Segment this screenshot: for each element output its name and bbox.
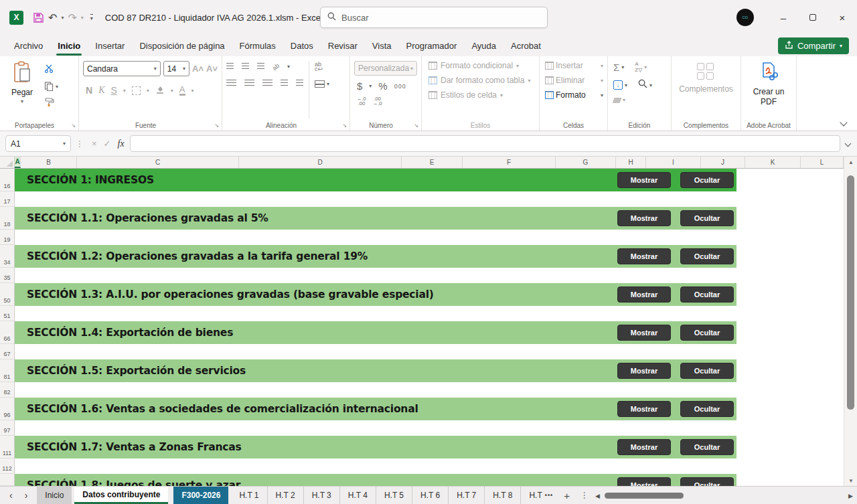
minimize-button[interactable]: – bbox=[769, 0, 798, 35]
font-name-combo[interactable]: Candara▾ bbox=[83, 61, 161, 76]
ribbon-tab-fórmulas[interactable]: Fórmulas bbox=[232, 37, 283, 55]
sheet-tab-f300-2026[interactable]: F300-2026 bbox=[173, 487, 228, 504]
create-pdf-button[interactable]: Crear un PDF bbox=[745, 62, 792, 107]
ribbon-tab-revisar[interactable]: Revisar bbox=[321, 37, 365, 55]
column-header-H[interactable]: H bbox=[616, 157, 646, 168]
sheet-tab-h.t[interactable]: H.T bbox=[521, 487, 544, 504]
ribbon-tab-archivo[interactable]: Archivo bbox=[7, 37, 50, 55]
align-right-icon[interactable] bbox=[262, 80, 272, 87]
vertical-scrollbar[interactable]: ▲ ▼ bbox=[844, 157, 857, 486]
scroll-left-icon[interactable]: ◀ bbox=[595, 487, 600, 504]
horizontal-scrollbar[interactable]: ◀ ▶ bbox=[594, 487, 857, 504]
save-icon[interactable] bbox=[33, 12, 44, 23]
new-sheet-button[interactable]: + bbox=[558, 487, 575, 504]
format-painter-icon[interactable] bbox=[44, 97, 58, 109]
row-header-96[interactable]: 96 bbox=[0, 398, 15, 420]
column-header-L[interactable]: L bbox=[801, 157, 844, 168]
copy-button[interactable]: ▾ bbox=[44, 82, 58, 91]
row-header-34[interactable]: 34 bbox=[0, 245, 15, 268]
sheet-tab-h.t-2[interactable]: H.T 2 bbox=[268, 487, 304, 504]
expand-formula-bar-icon[interactable] bbox=[845, 141, 852, 147]
font-dialog-launcher-icon[interactable]: ↘ bbox=[214, 122, 219, 129]
ocultar-button[interactable]: Ocultar bbox=[680, 401, 734, 417]
number-dialog-launcher-icon[interactable]: ↘ bbox=[414, 122, 418, 129]
copy-dropdown-icon[interactable]: ▾ bbox=[56, 84, 58, 90]
mostrar-button[interactable]: Mostrar bbox=[617, 286, 671, 303]
find-select-icon[interactable] bbox=[638, 79, 647, 91]
column-header-D[interactable]: D bbox=[239, 157, 402, 168]
vertical-scroll-thumb[interactable] bbox=[847, 175, 854, 410]
align-left-icon[interactable] bbox=[226, 80, 236, 87]
collapse-ribbon-icon[interactable] bbox=[840, 118, 847, 126]
align-center-icon[interactable] bbox=[244, 80, 254, 87]
sheet-tab-h.t-3[interactable]: H.T 3 bbox=[304, 487, 340, 504]
ribbon-tab-vista[interactable]: Vista bbox=[365, 37, 399, 55]
row-header-18[interactable]: 18 bbox=[0, 207, 15, 230]
mostrar-button[interactable]: Mostrar bbox=[617, 363, 671, 379]
mostrar-button[interactable]: Mostrar bbox=[617, 477, 671, 486]
column-header-K[interactable]: K bbox=[745, 157, 801, 168]
mostrar-button[interactable]: Mostrar bbox=[617, 172, 671, 188]
undo-icon[interactable]: ↶ bbox=[47, 11, 58, 24]
ocultar-button[interactable]: Ocultar bbox=[680, 363, 734, 379]
select-all-corner[interactable] bbox=[0, 157, 15, 168]
increase-indent-icon[interactable] bbox=[296, 80, 303, 87]
restore-button[interactable] bbox=[798, 0, 828, 35]
excel-app-icon[interactable]: X bbox=[9, 11, 23, 25]
name-box-dropdown-icon[interactable]: ▾ bbox=[63, 141, 66, 147]
row-header-19[interactable]: 19 bbox=[0, 230, 15, 245]
ribbon-tab-disposición-de-página[interactable]: Disposición de página bbox=[132, 37, 232, 55]
column-header-I[interactable]: I bbox=[646, 157, 701, 168]
alignment-dialog-launcher-icon[interactable]: ↘ bbox=[342, 122, 347, 129]
cut-icon[interactable] bbox=[44, 64, 58, 76]
sheet-tab-h.t-6[interactable]: H.T 6 bbox=[412, 487, 449, 504]
formula-input[interactable] bbox=[130, 135, 840, 152]
ribbon-tab-acrobat[interactable]: Acrobat bbox=[503, 37, 548, 55]
column-header-G[interactable]: G bbox=[556, 157, 616, 168]
insert-function-icon[interactable]: fx bbox=[118, 139, 125, 149]
format-cells-button[interactable]: Formato▾ bbox=[545, 90, 603, 100]
align-middle-icon[interactable] bbox=[242, 63, 249, 70]
sheet-overflow-dots[interactable]: ••• bbox=[545, 487, 558, 504]
row-header-111[interactable]: 111 bbox=[0, 436, 15, 458]
row-header-51[interactable]: 51 bbox=[0, 306, 15, 321]
scroll-down-icon[interactable]: ▼ bbox=[844, 475, 857, 486]
ocultar-button[interactable]: Ocultar bbox=[680, 477, 734, 486]
column-header-A[interactable]: A bbox=[15, 157, 21, 168]
mostrar-button[interactable]: Mostrar bbox=[617, 210, 671, 226]
align-bottom-icon[interactable] bbox=[257, 63, 264, 70]
row-header-clipped[interactable] bbox=[0, 474, 15, 486]
scroll-right-icon[interactable]: ▶ bbox=[848, 487, 853, 504]
align-top-icon[interactable] bbox=[226, 63, 234, 70]
ocultar-button[interactable]: Ocultar bbox=[680, 439, 734, 455]
fill-icon[interactable]: ↓ bbox=[613, 80, 623, 90]
prev-sheet-icon[interactable]: ‹ bbox=[9, 490, 13, 501]
paste-button[interactable]: Pegar ▾ bbox=[4, 61, 40, 118]
sheetbar-options-icon[interactable]: ⋮ bbox=[575, 487, 594, 504]
wrap-text-icon[interactable]: abc↩ bbox=[315, 62, 329, 72]
column-header-B[interactable]: B bbox=[21, 157, 77, 168]
row-header-97[interactable]: 97 bbox=[0, 420, 15, 436]
ocultar-button[interactable]: Ocultar bbox=[680, 286, 734, 303]
ribbon-tab-insertar[interactable]: Insertar bbox=[88, 37, 132, 55]
ribbon-tab-datos[interactable]: Datos bbox=[283, 37, 321, 55]
row-header-50[interactable]: 50 bbox=[0, 283, 15, 306]
decrease-decimal-icon[interactable]: .00→.0 bbox=[373, 96, 382, 106]
row-header-82[interactable]: 82 bbox=[0, 382, 15, 398]
row-header-112[interactable]: 112 bbox=[0, 458, 15, 474]
column-header-F[interactable]: F bbox=[463, 157, 556, 168]
column-header-E[interactable]: E bbox=[402, 157, 463, 168]
clipboard-dialog-launcher-icon[interactable]: ↘ bbox=[71, 122, 76, 129]
sheet-tab-h.t-7[interactable]: H.T 7 bbox=[449, 487, 485, 504]
close-button[interactable]: × bbox=[828, 0, 857, 35]
undo-dropdown-icon[interactable]: ▾ bbox=[61, 15, 64, 21]
mostrar-button[interactable]: Mostrar bbox=[617, 401, 671, 417]
next-sheet-icon[interactable]: › bbox=[25, 490, 28, 501]
ribbon-tab-programador[interactable]: Programador bbox=[399, 37, 465, 55]
ocultar-button[interactable]: Ocultar bbox=[680, 210, 734, 226]
ocultar-button[interactable]: Ocultar bbox=[680, 248, 734, 264]
sheet-tab-h.t-8[interactable]: H.T 8 bbox=[485, 487, 521, 504]
ribbon-tab-inicio[interactable]: Inicio bbox=[50, 37, 88, 55]
comma-format-icon[interactable]: 000 bbox=[394, 83, 406, 90]
row-header-67[interactable]: 67 bbox=[0, 344, 15, 359]
